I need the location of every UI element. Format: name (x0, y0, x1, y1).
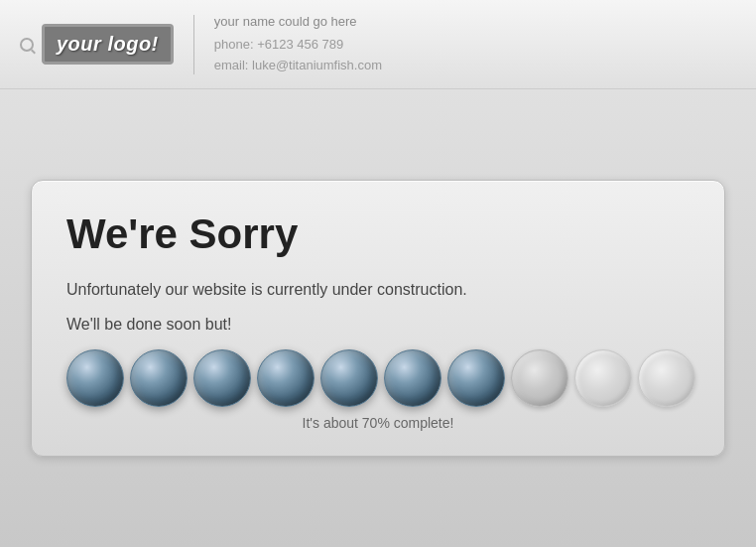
logo: your logo! (42, 24, 174, 65)
card-subtext: We'll be done soon but! (66, 316, 690, 334)
contact-email: email: luke@titaniumfish.com (214, 56, 382, 76)
progress-balls (66, 349, 690, 407)
main-content: We're Sorry Unfortunately our website is… (0, 89, 756, 547)
progress-ball-4 (257, 349, 315, 407)
contact-name: your name could go here (214, 12, 382, 33)
progress-ball-3 (193, 349, 251, 407)
header: your logo! your name could go here phone… (0, 0, 756, 89)
progress-ball-10 (638, 349, 695, 407)
progress-ball-8 (511, 349, 568, 407)
progress-ball-7 (447, 349, 505, 407)
progress-ball-5 (320, 349, 378, 407)
logo-wrapper: your logo! (20, 24, 174, 65)
contact-info: your name could go here phone: +6123 456… (214, 12, 382, 75)
header-divider (193, 15, 194, 74)
contact-phone: phone: +6123 456 789 (214, 35, 382, 56)
progress-label: It's about 70% complete! (66, 415, 690, 431)
progress-ball-6 (384, 349, 441, 407)
content-card: We're Sorry Unfortunately our website is… (31, 180, 725, 457)
progress-ball-1 (66, 349, 124, 407)
card-title: We're Sorry (66, 210, 690, 258)
card-body-text: Unfortunately our website is currently u… (66, 278, 690, 302)
progress-ball-2 (130, 349, 188, 407)
progress-ball-9 (574, 349, 632, 407)
search-icon (20, 38, 34, 52)
